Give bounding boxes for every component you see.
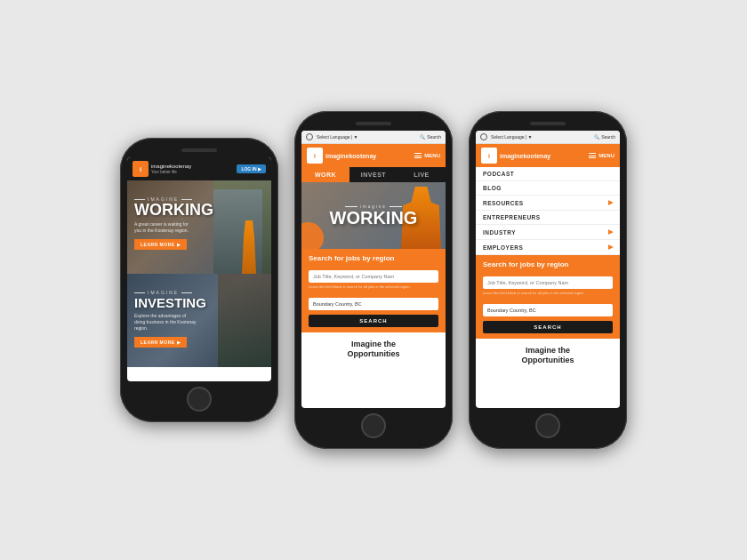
footer-title-3: Imagine theOpportunities	[483, 346, 613, 366]
nav-work[interactable]: WORK	[301, 167, 349, 182]
menu-item-podcast[interactable]: PODCAST	[476, 167, 620, 181]
phone-2-speaker	[356, 122, 391, 125]
phone-3-logo: i imaginekootenay	[481, 148, 550, 164]
phone-2-screen: Select Language | ▼ 🔍 Search i imagineko…	[301, 131, 446, 408]
phone-2-hero-content: imagine WORKING	[301, 182, 446, 249]
phone-3-screen: Select Language | ▼ 🔍 Search i imagineko…	[476, 131, 620, 408]
phone-1-home-button[interactable]	[187, 387, 212, 412]
phone-2-home-button[interactable]	[361, 413, 386, 438]
menu-label-2: MENU	[424, 153, 440, 158]
phone-3: Select Language | ▼ 🔍 Search i imagineko…	[469, 111, 627, 449]
investing-learn-more-button[interactable]: LEARN MORE ▶	[134, 337, 187, 348]
phone-2-hero: imagine WORKING	[301, 182, 446, 249]
search-hint-2: Leave this field blank to search for all…	[309, 284, 438, 290]
phone-2-top-bar: Select Language | ▼ 🔍 Search	[301, 131, 446, 144]
hero-working-overlay: IMAGINE WORKING A great career is waitin…	[134, 196, 213, 250]
phone-3-logo-text: imaginekootenay	[500, 153, 550, 159]
phone-1-speaker	[181, 148, 217, 152]
search-submit-button-3[interactable]: SEARCH	[483, 321, 613, 333]
phone-1-hero-working: IMAGINE WORKING A great career is waitin…	[127, 180, 271, 274]
search-button-top-3[interactable]: 🔍 Search	[594, 134, 615, 140]
working-description: A great career is waiting for you in the…	[134, 221, 197, 234]
phone-1-header: i imaginekootenay Your better life LOG I…	[127, 157, 271, 180]
phone-3-footer: Imagine theOpportunities	[476, 339, 620, 373]
working-title-p2: WORKING	[330, 209, 418, 227]
globe-icon-3	[480, 133, 487, 140]
region-input-3[interactable]	[483, 304, 613, 316]
investing-title: INVESTING	[134, 295, 206, 310]
search-icon-3: 🔍	[594, 134, 599, 140]
phone-1: i imaginekootenay Your better life LOG I…	[120, 138, 278, 422]
login-button[interactable]: LOG IN ▶	[237, 164, 266, 173]
search-section-title-2: Search for jobs by region	[309, 254, 438, 262]
menu-label-3: MENU	[598, 153, 614, 158]
phone-3-menu-list: PODCAST BLOG RESOURCES ▶ ENTREPRENEURS I…	[476, 167, 620, 255]
phone-2: Select Language | ▼ 🔍 Search i imagineko…	[294, 111, 453, 449]
investing-description: Explore the advantages of doing business…	[134, 313, 197, 332]
phone-1-logo-text: imaginekootenay Your better life	[151, 164, 191, 175]
phone-2-logo-text: imaginekootenay	[325, 153, 376, 159]
hamburger-icon-3	[589, 153, 596, 158]
phone-1-screen: i imaginekootenay Your better life LOG I…	[127, 157, 271, 381]
select-language-button[interactable]: Select Language | ▼	[306, 133, 358, 140]
phone-3-search-section: Search for jobs by region Leave this fie…	[476, 255, 620, 339]
phone-3-header: i imaginekootenay MENU	[476, 144, 620, 167]
imagine-logo-icon-2: i	[307, 148, 323, 164]
job-search-input-3[interactable]	[483, 276, 613, 289]
phone-1-logo: i imaginekootenay Your better life	[133, 161, 191, 177]
search-section-title-3: Search for jobs by region	[483, 260, 613, 268]
hamburger-icon	[414, 153, 422, 158]
working-title: WORKING	[134, 202, 213, 218]
phone-2-header: i imaginekootenay MENU	[301, 144, 446, 167]
menu-button-2[interactable]: MENU	[414, 153, 440, 158]
search-submit-button-2[interactable]: SEARCH	[309, 315, 438, 327]
hero-investing-overlay: IMAGINE INVESTING Explore the advantages…	[134, 290, 206, 348]
footer-title-2: Imagine theOpportunities	[309, 340, 438, 360]
arrow-icon-employers: ▶	[608, 244, 614, 251]
menu-item-employers[interactable]: EMPLOYERS ▶	[476, 240, 620, 255]
menu-item-resources[interactable]: RESOURCES ▶	[476, 196, 620, 211]
search-hint-3: Leave this field blank to search for all…	[483, 291, 613, 296]
menu-item-blog[interactable]: BLOG	[476, 181, 620, 196]
working-learn-more-button[interactable]: LEARN MORE ▶	[134, 239, 187, 250]
phone-1-hero-investing: IMAGINE INVESTING Explore the advantages…	[127, 274, 271, 367]
menu-item-entrepreneurs[interactable]: ENTREPRENEURS	[476, 211, 620, 225]
phone-2-search-section: Search for jobs by region Leave this fie…	[301, 249, 446, 332]
nav-live[interactable]: LIVE	[398, 167, 446, 182]
arrow-icon-resources: ▶	[608, 199, 614, 206]
job-search-input-2[interactable]	[309, 270, 438, 283]
phone-3-speaker	[530, 122, 566, 125]
arrow-icon-industry: ▶	[608, 228, 614, 236]
region-input-2[interactable]	[309, 298, 438, 310]
phone-2-nav: WORK INVEST LIVE	[301, 167, 446, 182]
menu-button-3[interactable]: MENU	[589, 153, 614, 158]
globe-icon	[306, 133, 313, 140]
phones-container: i imaginekootenay Your better life LOG I…	[102, 93, 645, 467]
imagine-logo-icon: i	[133, 161, 149, 177]
nav-invest[interactable]: INVEST	[349, 167, 398, 182]
phone-3-home-button[interactable]	[535, 413, 560, 438]
search-icon: 🔍	[420, 134, 425, 140]
phone-2-footer: Imagine theOpportunities	[301, 332, 446, 367]
menu-item-industry[interactable]: INDUSTRY ▶	[476, 225, 620, 240]
search-button-top[interactable]: 🔍 Search	[420, 134, 441, 140]
phone-2-logo: i imaginekootenay	[307, 148, 376, 164]
select-language-button-3[interactable]: Select Language | ▼	[480, 133, 533, 140]
imagine-logo-icon-3: i	[481, 148, 497, 164]
phone-3-top-bar: Select Language | ▼ 🔍 Search	[476, 131, 620, 144]
